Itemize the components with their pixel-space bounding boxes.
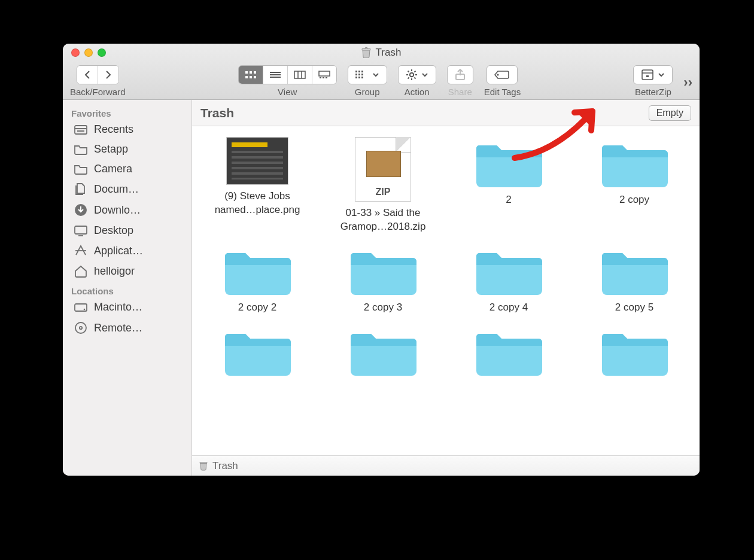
file-item[interactable]: 2 copy 4 xyxy=(448,245,569,315)
svg-rect-0 xyxy=(362,48,370,50)
sidebar-item-remote-disc[interactable]: Remote… xyxy=(63,317,191,339)
svg-rect-20 xyxy=(361,71,363,72)
folder-icon xyxy=(349,325,416,377)
svg-point-37 xyxy=(497,74,499,75)
file-item[interactable] xyxy=(574,325,695,395)
view-gallery-button[interactable] xyxy=(312,66,336,84)
svg-rect-15 xyxy=(320,77,321,78)
minimize-button[interactable] xyxy=(84,48,93,57)
sidebar-item-label: Setapp xyxy=(94,143,128,156)
file-item[interactable] xyxy=(448,325,569,395)
folder-icon xyxy=(74,144,88,156)
sidebar-item-macintosh-hd[interactable]: Macinto… xyxy=(63,297,191,317)
svg-rect-19 xyxy=(358,71,360,72)
window-title: Trash xyxy=(63,47,700,59)
toolbar-label-tags: Edit Tags xyxy=(484,87,521,97)
sidebar-item-applications[interactable]: Applicat… xyxy=(63,241,191,261)
tool-group-group: Group xyxy=(348,65,387,97)
file-item[interactable]: 2 copy xyxy=(574,137,695,234)
svg-rect-22 xyxy=(358,74,360,75)
sidebar-item-label: Remote… xyxy=(94,322,142,334)
sidebar-header-favorites: Favorites xyxy=(63,104,191,120)
action-button[interactable] xyxy=(398,65,436,84)
svg-rect-17 xyxy=(326,77,327,78)
hdd-icon xyxy=(74,302,88,314)
svg-rect-6 xyxy=(250,76,252,78)
empty-button[interactable]: Empty xyxy=(649,105,691,121)
svg-line-32 xyxy=(408,71,409,72)
toolbar-label-action: Action xyxy=(405,87,430,97)
sidebar-item-label: Recents xyxy=(94,123,133,136)
file-label: 01-33 » Said theGramop…2018.zip xyxy=(340,206,426,234)
zip-file-icon: ZIP xyxy=(355,137,411,202)
file-item[interactable]: 2 copy 5 xyxy=(574,245,695,315)
svg-rect-45 xyxy=(75,226,87,234)
view-icons-button[interactable] xyxy=(239,66,263,84)
toolbar-label-betterzip: BetterZip xyxy=(635,87,671,97)
svg-rect-38 xyxy=(642,70,653,80)
svg-rect-21 xyxy=(355,74,357,75)
sidebar-item-label: Downlo… xyxy=(94,204,141,217)
sidebar-item-setapp[interactable]: Setapp xyxy=(63,139,191,159)
tool-group-navigation: Back/Forward xyxy=(70,65,126,97)
view-columns-button[interactable] xyxy=(288,66,312,84)
share-button[interactable] xyxy=(447,65,473,84)
tool-group-action: Action xyxy=(398,65,436,97)
downloads-icon xyxy=(74,203,88,217)
svg-rect-3 xyxy=(250,71,252,74)
file-item[interactable]: 2 xyxy=(448,137,569,234)
file-item[interactable]: 2 copy 2 xyxy=(197,245,318,315)
location-title: Trash xyxy=(200,106,234,120)
sidebar-item-label: Camera xyxy=(94,163,132,175)
folder-icon xyxy=(224,245,291,296)
close-button[interactable] xyxy=(71,48,80,57)
toolbar-label-view: View xyxy=(278,87,297,97)
sidebar-item-downloads[interactable]: Downlo… xyxy=(63,199,191,221)
back-button[interactable] xyxy=(77,66,98,84)
file-item[interactable] xyxy=(323,325,443,395)
sidebar-item-home[interactable]: helloigor xyxy=(63,261,191,281)
sidebar-item-recents[interactable]: Recents xyxy=(63,120,191,139)
file-label: 2 copy xyxy=(619,193,649,207)
sidebar-item-camera[interactable]: Camera xyxy=(63,159,191,179)
toolbar: Back/Forward View Group Actio xyxy=(63,62,700,100)
svg-line-35 xyxy=(408,77,409,78)
file-grid: (9) Steve Jobsnamed…place.pngZIP01-33 » … xyxy=(192,126,700,455)
svg-rect-14 xyxy=(319,71,330,76)
svg-line-34 xyxy=(414,71,415,72)
svg-rect-24 xyxy=(355,77,357,78)
svg-rect-18 xyxy=(355,71,357,72)
svg-rect-1 xyxy=(365,48,367,49)
file-item[interactable]: ZIP01-33 » Said theGramop…2018.zip xyxy=(323,137,443,234)
sidebar-item-desktop[interactable]: Desktop xyxy=(63,221,191,241)
betterzip-button[interactable] xyxy=(633,65,673,84)
toolbar-label-navigation: Back/Forward xyxy=(70,87,126,97)
sidebar-item-documents[interactable]: Docum… xyxy=(63,179,191,199)
forward-button[interactable] xyxy=(98,66,118,84)
chevron-down-icon xyxy=(421,71,428,79)
svg-point-27 xyxy=(410,73,414,77)
svg-point-49 xyxy=(84,308,86,310)
file-item[interactable] xyxy=(197,325,318,395)
archive-icon xyxy=(641,69,654,81)
toolbar-overflow-button[interactable]: ›› xyxy=(683,75,692,90)
window-controls xyxy=(71,48,106,57)
tool-group-share: Share xyxy=(447,65,473,97)
group-button[interactable] xyxy=(348,65,387,84)
chevron-down-icon xyxy=(372,71,379,79)
edit-tags-button[interactable] xyxy=(487,65,518,84)
fullscreen-button[interactable] xyxy=(98,48,106,57)
svg-rect-48 xyxy=(75,304,87,311)
view-list-button[interactable] xyxy=(263,66,288,84)
chevron-down-icon xyxy=(658,71,665,79)
documents-icon xyxy=(74,182,88,196)
file-item[interactable]: (9) Steve Jobsnamed…place.png xyxy=(197,137,318,234)
file-item[interactable]: 2 copy 3 xyxy=(323,245,443,315)
file-label: (9) Steve Jobsnamed…place.png xyxy=(215,190,300,217)
folder-icon xyxy=(74,163,88,175)
svg-rect-11 xyxy=(294,71,305,78)
file-label: 2 copy 3 xyxy=(364,301,402,315)
svg-rect-52 xyxy=(200,462,207,463)
svg-rect-23 xyxy=(361,74,363,75)
titlebar: Trash xyxy=(63,44,700,62)
